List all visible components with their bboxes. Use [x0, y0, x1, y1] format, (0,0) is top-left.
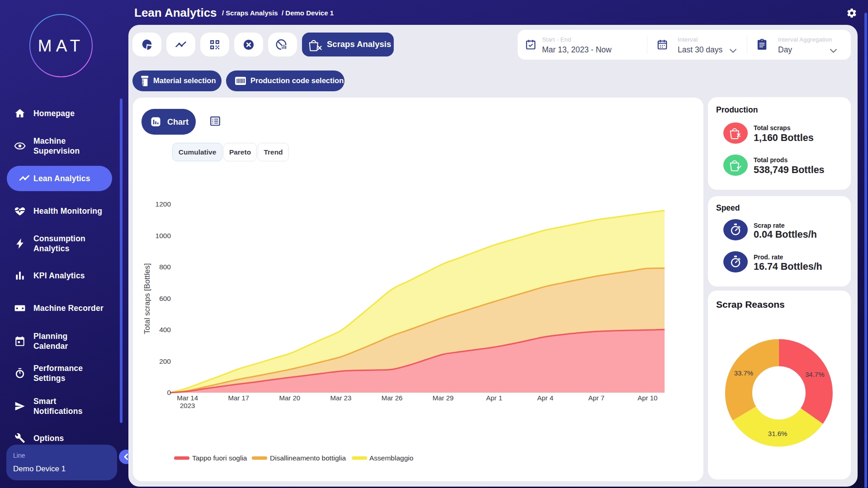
- svg-text:MAT: MAT: [38, 37, 84, 55]
- svg-text:0: 0: [167, 389, 171, 396]
- svg-text:400: 400: [159, 326, 171, 333]
- svg-text:Mar 29: Mar 29: [433, 394, 454, 402]
- svg-text:Mar 14: Mar 14: [177, 394, 198, 402]
- svg-text:1000: 1000: [156, 232, 171, 239]
- svg-text:200: 200: [159, 357, 171, 365]
- svg-text:Total scraps [Bottles]: Total scraps [Bottles]: [143, 263, 151, 334]
- svg-text:Mar 17: Mar 17: [228, 394, 249, 402]
- svg-text:Mar 23: Mar 23: [330, 394, 352, 402]
- svg-text:1200: 1200: [156, 200, 171, 208]
- svg-text:Disallineamento bottiglia: Disallineamento bottiglia: [270, 454, 346, 462]
- svg-text:34.7%: 34.7%: [805, 371, 825, 378]
- svg-text:Assemblaggio: Assemblaggio: [369, 454, 413, 462]
- svg-text:31.6%: 31.6%: [768, 430, 788, 437]
- svg-text:Mar 20: Mar 20: [279, 394, 300, 402]
- svg-text:2023: 2023: [180, 402, 195, 409]
- svg-text:Apr 1: Apr 1: [486, 394, 502, 402]
- svg-text:33.7%: 33.7%: [734, 369, 754, 377]
- svg-text:Tappo fuori soglia: Tappo fuori soglia: [192, 454, 247, 462]
- svg-text:Apr 10: Apr 10: [637, 394, 657, 402]
- svg-text:800: 800: [159, 263, 171, 271]
- svg-text:600: 600: [159, 295, 171, 302]
- svg-text:Apr 4: Apr 4: [537, 394, 553, 402]
- svg-text:Apr 7: Apr 7: [588, 394, 604, 402]
- svg-text:Mar 26: Mar 26: [382, 394, 403, 402]
